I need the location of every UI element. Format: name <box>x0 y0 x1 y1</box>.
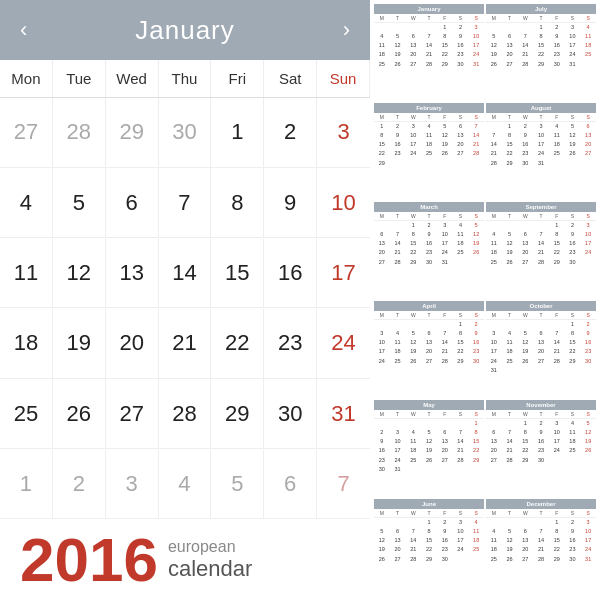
mini-cell: 15 <box>517 437 533 446</box>
next-month-button[interactable]: › <box>343 17 350 43</box>
cal-cell[interactable]: 29 <box>106 98 159 168</box>
mini-cell: 30 <box>517 159 533 168</box>
mini-cell: 27 <box>533 357 549 366</box>
mini-day-hdr: W <box>517 410 533 419</box>
mini-cell: 13 <box>486 437 502 446</box>
mini-cal-header: February <box>374 103 484 113</box>
mini-cell <box>468 564 484 566</box>
cal-cell[interactable]: 22 <box>211 309 264 379</box>
mini-cell <box>533 465 549 467</box>
mini-cell: 6 <box>517 230 533 239</box>
cal-cell[interactable]: 12 <box>53 239 106 309</box>
mini-cell: 24 <box>565 50 581 59</box>
mini-cell <box>565 456 581 465</box>
mini-cell <box>453 168 469 170</box>
cal-cell[interactable]: 4 <box>0 168 53 238</box>
mini-cell: 7 <box>533 527 549 536</box>
mini-cal-august: AugustMTWTFSS123456789101112131415161718… <box>486 103 596 200</box>
cal-cell[interactable]: 2 <box>53 450 106 520</box>
mini-cell <box>565 564 581 566</box>
mini-cell: 2 <box>533 419 549 428</box>
cal-cell[interactable]: 7 <box>317 450 370 520</box>
mini-cell <box>580 60 596 69</box>
cal-cell[interactable]: 25 <box>0 379 53 449</box>
mini-cell: 5 <box>405 329 421 338</box>
mini-cell: 21 <box>533 545 549 554</box>
mini-cell: 31 <box>390 465 406 474</box>
mini-cell: 3 <box>390 428 406 437</box>
cal-cell[interactable]: 17 <box>317 239 370 309</box>
cal-cell[interactable]: 3 <box>317 98 370 168</box>
cal-cell[interactable]: 7 <box>159 168 212 238</box>
cal-cell[interactable]: 20 <box>106 309 159 379</box>
mini-cell: 19 <box>517 347 533 356</box>
cal-cell[interactable]: 5 <box>53 168 106 238</box>
cal-cell[interactable]: 2 <box>264 98 317 168</box>
cal-cell[interactable]: 31 <box>317 379 370 449</box>
mini-cell: 16 <box>421 239 437 248</box>
cal-cell[interactable]: 10 <box>317 168 370 238</box>
mini-cell: 16 <box>565 536 581 545</box>
cal-cell[interactable]: 6 <box>264 450 317 520</box>
mini-cell: 31 <box>468 60 484 69</box>
cal-cell[interactable]: 4 <box>159 450 212 520</box>
cal-cell[interactable]: 29 <box>211 379 264 449</box>
mini-cell <box>517 267 533 269</box>
mini-cell: 23 <box>565 545 581 554</box>
cal-cell[interactable]: 30 <box>264 379 317 449</box>
cal-cell[interactable]: 23 <box>264 309 317 379</box>
cal-cell[interactable]: 24 <box>317 309 370 379</box>
mini-cell: 29 <box>468 456 484 465</box>
cal-cell[interactable]: 6 <box>106 168 159 238</box>
cal-cell[interactable]: 5 <box>211 450 264 520</box>
cal-cell[interactable]: 9 <box>264 168 317 238</box>
cal-cell[interactable]: 28 <box>159 379 212 449</box>
mini-day-hdr: W <box>405 509 421 518</box>
cal-cell[interactable]: 27 <box>0 98 53 168</box>
mini-cell: 14 <box>533 239 549 248</box>
mini-cell <box>580 258 596 267</box>
mini-cell: 8 <box>549 527 565 536</box>
mini-cell: 21 <box>468 140 484 149</box>
mini-cell: 20 <box>517 545 533 554</box>
day-header-sat: Sat <box>264 60 317 97</box>
mini-cell: 4 <box>565 419 581 428</box>
mini-cell: 16 <box>565 239 581 248</box>
mini-day-hdr: F <box>549 14 565 23</box>
mini-day-hdr: S <box>565 113 581 122</box>
cal-cell[interactable]: 3 <box>106 450 159 520</box>
cal-cell[interactable]: 15 <box>211 239 264 309</box>
cal-cell[interactable]: 14 <box>159 239 212 309</box>
mini-cell: 17 <box>580 239 596 248</box>
cal-cell[interactable]: 27 <box>106 379 159 449</box>
cal-cell[interactable]: 21 <box>159 309 212 379</box>
mini-cell: 19 <box>486 50 502 59</box>
mini-cell: 11 <box>502 338 518 347</box>
cal-cell[interactable]: 1 <box>0 450 53 520</box>
mini-cell <box>565 168 581 170</box>
mini-cell <box>405 419 421 428</box>
mini-cell: 27 <box>453 149 469 158</box>
mini-cell <box>533 267 549 269</box>
cal-cell[interactable]: 13 <box>106 239 159 309</box>
mini-day-hdr: T <box>502 311 518 320</box>
mini-cal-april: AprilMTWTFSS1234567891011121314151617181… <box>374 301 484 398</box>
cal-cell[interactable]: 16 <box>264 239 317 309</box>
cal-cell[interactable]: 8 <box>211 168 264 238</box>
cal-cell[interactable]: 11 <box>0 239 53 309</box>
cal-cell[interactable]: 26 <box>53 379 106 449</box>
mini-cell: 2 <box>468 320 484 329</box>
cal-cell[interactable]: 18 <box>0 309 53 379</box>
cal-cell[interactable]: 28 <box>53 98 106 168</box>
mini-cell <box>549 267 565 269</box>
cal-cell[interactable]: 19 <box>53 309 106 379</box>
mini-cell: 28 <box>405 555 421 564</box>
prev-month-button[interactable]: ‹ <box>20 17 27 43</box>
mini-cell: 12 <box>565 131 581 140</box>
calendar-grid: 2728293012345678910111213141516171819202… <box>0 98 370 520</box>
mini-cell <box>421 320 437 329</box>
cal-cell[interactable]: 1 <box>211 98 264 168</box>
mini-cell <box>486 23 502 32</box>
mini-cell: 6 <box>533 329 549 338</box>
cal-cell[interactable]: 30 <box>159 98 212 168</box>
